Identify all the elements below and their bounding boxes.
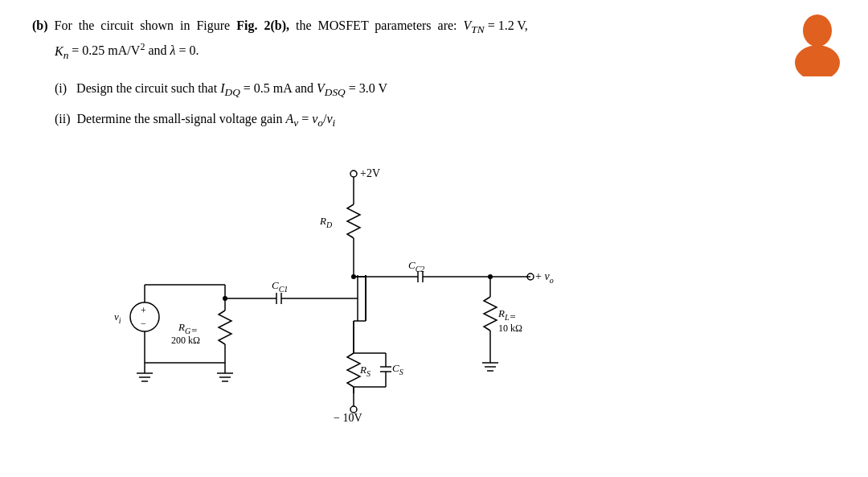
circuit-diagram: +2V RD xyxy=(80,156,627,430)
rd-resistor-label: RD xyxy=(319,215,333,229)
vplus-label: +2V xyxy=(360,167,380,179)
svg-point-1 xyxy=(795,45,840,76)
profile-image xyxy=(784,8,852,76)
svg-point-0 xyxy=(803,14,832,47)
cc2-cap-label: CC2 xyxy=(408,259,424,273)
sub-problem-ii: (ii) Determine the small-signal voltage … xyxy=(55,109,836,132)
page-content: (b) For the circuit shown in Figure Fig.… xyxy=(0,0,868,438)
rg-value: 200 kΩ xyxy=(171,335,200,346)
vout-label: + vo xyxy=(535,270,554,285)
problem-text: (b) For the circuit shown in Figure Fig.… xyxy=(32,16,836,132)
circuit-svg: +2V RD xyxy=(80,156,627,430)
rs-resistor-label: RS xyxy=(359,364,371,378)
vi-label: vi xyxy=(114,310,121,325)
vi-plus-sign: + xyxy=(141,305,146,316)
sub-problem-i: (i) Design the circuit such that IDQ = 0… xyxy=(55,78,836,101)
vminus-label: − 10V xyxy=(334,412,362,424)
rl-resistor-label: RL= xyxy=(497,307,516,323)
problem-line1: (b) For the circuit shown in Figure Fig.… xyxy=(32,16,836,38)
rl-value: 10 kΩ xyxy=(498,323,522,334)
svg-point-24 xyxy=(351,274,356,279)
cc1-cap-label: CC1 xyxy=(272,279,288,294)
cs-cap-label: CS xyxy=(392,362,403,376)
problem-intro: For the circuit shown in Figure Fig. 2(b… xyxy=(51,16,528,38)
problem-line2: Kn = 0.25 mA/V2 and λ = 0. xyxy=(55,39,836,64)
svg-point-2 xyxy=(350,171,357,177)
problem-label: (b) xyxy=(32,16,48,35)
vi-minus-sign: − xyxy=(141,318,146,329)
